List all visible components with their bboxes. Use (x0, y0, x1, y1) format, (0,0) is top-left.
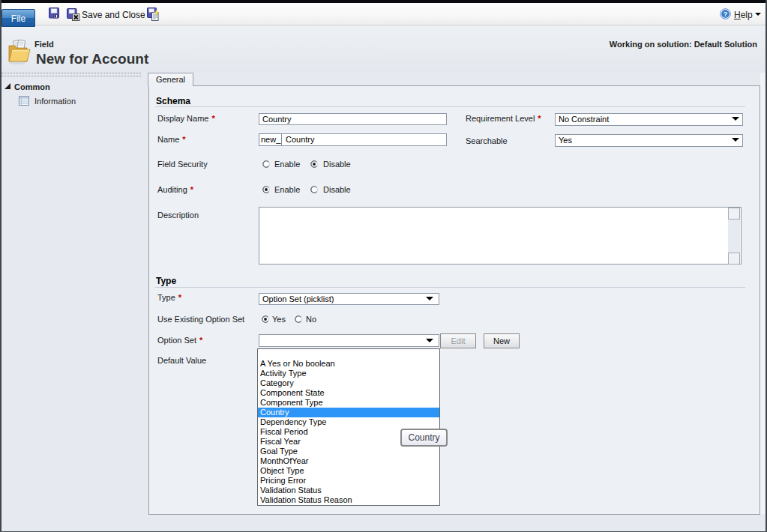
svg-text:?: ? (724, 10, 728, 18)
